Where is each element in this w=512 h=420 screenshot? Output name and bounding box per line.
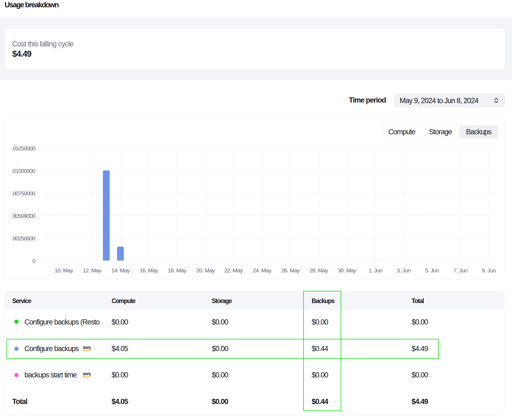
svg-text:aws: aws bbox=[83, 371, 91, 376]
